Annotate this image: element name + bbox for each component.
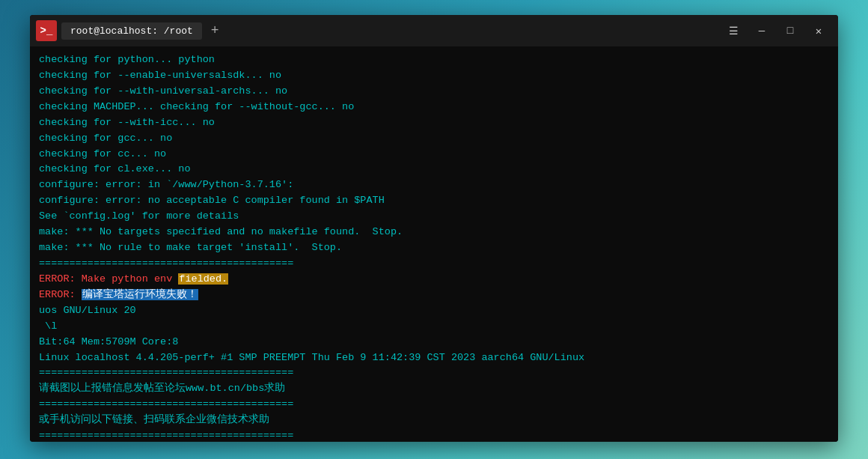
terminal-line: ERROR: 编译宝塔运行环境失败！: [39, 288, 829, 303]
terminal-line: uos GNU/Linux 20: [39, 303, 829, 319]
terminal-line: configure: error: in `/www/Python-3.7.16…: [39, 177, 829, 193]
terminal-line: checking for --enable-universalsdk... no: [39, 68, 829, 84]
terminal-line: \l: [39, 319, 829, 335]
terminal-window: >_ root@localhost: /root + ☰ — □ ✕ check…: [30, 15, 838, 442]
terminal-line: ========================================…: [39, 256, 829, 272]
terminal-icon: >_: [36, 20, 57, 41]
highlighted-text: 编译宝塔运行环境失败！: [82, 289, 198, 300]
terminal-line: checking for cl.exe... no: [39, 162, 829, 177]
close-button[interactable]: ✕: [805, 17, 832, 44]
terminal-line: Linux localhost 4.4.205-perf+ #1 SMP PRE…: [39, 350, 829, 366]
terminal-icon-text: >_: [40, 25, 53, 37]
terminal-line: 或手机访问以下链接、扫码联系企业微信技术求助: [39, 413, 829, 428]
minimize-button[interactable]: —: [748, 17, 775, 44]
terminal-line: See `config.log' for more details: [39, 209, 829, 225]
terminal-line: Bit:64 Mem:5709M Core:8: [39, 335, 829, 350]
terminal-line: ========================================…: [39, 365, 829, 381]
terminal-line: make: *** No rule to make target 'instal…: [39, 240, 829, 256]
terminal-line: checking MACHDEP... checking for --witho…: [39, 100, 829, 115]
terminal-line: ========================================…: [39, 397, 829, 413]
window-controls: ☰ — □ ✕: [720, 17, 832, 44]
terminal-line: checking for python... python: [39, 52, 829, 68]
terminal-line: 请截图以上报错信息发帖至论坛www.bt.cn/bbs求助: [39, 381, 829, 397]
terminal-line: checking for gcc... no: [39, 131, 829, 147]
menu-button[interactable]: ☰: [720, 17, 747, 44]
highlighted-text: fielded.: [178, 273, 228, 285]
terminal-line: checking for cc... no: [39, 147, 829, 162]
terminal-body[interactable]: checking for python... pythonchecking fo…: [30, 46, 838, 442]
add-tab-button[interactable]: +: [205, 24, 225, 37]
terminal-line: configure: error: no acceptable C compil…: [39, 193, 829, 209]
maximize-button[interactable]: □: [777, 17, 804, 44]
terminal-line: checking for --with-universal-archs... n…: [39, 84, 829, 100]
terminal-line: checking for --with-icc... no: [39, 115, 829, 131]
terminal-line: make: *** No targets specified and no ma…: [39, 225, 829, 240]
tab-label[interactable]: root@localhost: /root: [61, 22, 202, 40]
terminal-line: ERROR: Make python env fielded.: [39, 272, 829, 288]
title-bar: >_ root@localhost: /root + ☰ — □ ✕: [30, 15, 838, 46]
terminal-line: ========================================…: [39, 428, 829, 442]
